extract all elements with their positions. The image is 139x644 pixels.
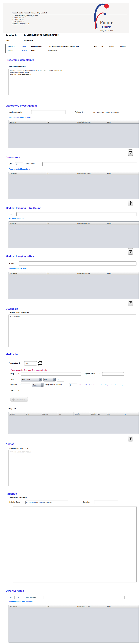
visit-id-colon: : bbox=[20, 49, 20, 51]
gender-label: Gender bbox=[109, 46, 114, 47]
procedures-label: Procedures : bbox=[26, 163, 36, 165]
column-header: Drug bbox=[25, 412, 41, 416]
drug-colon: : bbox=[18, 373, 19, 374]
procedures-qty-input[interactable] bbox=[15, 162, 23, 166]
age-label: Age bbox=[94, 46, 97, 47]
patient-id-label: Patient ID bbox=[8, 46, 15, 47]
column-header: Duration bbox=[74, 412, 90, 416]
consulted-by-label: Consulted By bbox=[6, 34, 17, 36]
total-colon: : bbox=[18, 390, 19, 392]
complaints-textarea[interactable]: BREAST USS REPORT: BOTH BREAST WITH FIBR… bbox=[8, 69, 136, 95]
add-drug-button[interactable]: Add Drug bbox=[10, 397, 28, 402]
diagnosis-label: Enter Diagnosis Details Here bbox=[9, 312, 30, 314]
frequency-dropdown[interactable]: OD ▼ bbox=[43, 378, 56, 382]
way-dropdown[interactable]: Before Meal ▼ bbox=[21, 378, 42, 382]
clear-drug-list-button[interactable] bbox=[128, 435, 133, 442]
fraction-note: Please add as decimal numbers when addin… bbox=[80, 384, 136, 386]
procedures-table: Department ID Investigation/Service Stat… bbox=[8, 172, 139, 199]
other-services-input[interactable] bbox=[43, 596, 125, 599]
referring-doctor-input[interactable] bbox=[26, 500, 68, 504]
patient-info-bar: Patient ID : 3465 Patient Name : SARAH N… bbox=[5, 44, 137, 53]
column-header: Investigation/Service bbox=[76, 222, 106, 224]
procedures-input[interactable] bbox=[42, 162, 137, 166]
section-title-diagnosis: Diagnosis bbox=[6, 308, 18, 310]
drug-list-table: Drug ID Drug Fequency Way Duration Durat… bbox=[8, 412, 139, 434]
duration-colon: : bbox=[20, 384, 20, 386]
recommended-procedures-link[interactable]: Recommended Procedures bbox=[9, 168, 30, 170]
logo-tagline: Body Mind Soul bbox=[100, 29, 113, 32]
medication-entry-box: Please select the Drug from Drug suggess… bbox=[6, 367, 137, 404]
logo-red-dot bbox=[104, 4, 109, 8]
trash-icon bbox=[129, 250, 132, 253]
column-header: Duration Type bbox=[90, 412, 106, 416]
consult-date-label: Date bbox=[6, 40, 10, 41]
drug-label: Drug bbox=[10, 373, 14, 374]
drug-input[interactable] bbox=[21, 372, 81, 376]
way-dropdown-value: Before Meal bbox=[21, 378, 39, 381]
company-logo: Future Care Body Mind Soul bbox=[88, 2, 122, 32]
column-header: Status bbox=[106, 120, 138, 124]
procedures-table-header: Department ID Investigation/Service Stat… bbox=[9, 172, 138, 175]
plus-circle-icon bbox=[12, 398, 15, 401]
procedures-qty-label: Qty : bbox=[9, 163, 12, 165]
column-header: Department bbox=[9, 605, 46, 608]
patient-id-colon: : bbox=[20, 46, 20, 47]
duration-input[interactable] bbox=[21, 383, 30, 387]
trash-icon bbox=[129, 301, 132, 304]
refresh-prescription-button[interactable] bbox=[38, 361, 43, 366]
column-header: ID bbox=[46, 272, 76, 275]
column-header: Department bbox=[9, 222, 46, 224]
recommended-xrays-link[interactable]: Recommended X-Rays bbox=[9, 268, 26, 270]
gender-value: Female bbox=[120, 46, 126, 47]
lab-investigation-input[interactable] bbox=[31, 110, 66, 114]
recommended-other-services-link[interactable]: Recommended Other Services bbox=[9, 601, 32, 602]
column-header: Department bbox=[9, 120, 46, 124]
prescription-id-label: Prescription ID : bbox=[9, 362, 21, 364]
recommended-lab-testings-link[interactable]: Recommended Lab Testings bbox=[9, 116, 31, 118]
column-header: ID bbox=[46, 222, 76, 224]
lab-table-body bbox=[9, 124, 138, 148]
clear-xray-table-button[interactable] bbox=[128, 300, 133, 306]
column-header: Investigation/Service bbox=[76, 272, 106, 275]
column-header: Status bbox=[106, 605, 138, 608]
advice-label: Enter Doctor's Advice Here bbox=[9, 448, 28, 449]
recommended-uss-link[interactable]: Recommended USS bbox=[9, 218, 24, 219]
xray-table-header: Department ID Investigation/Service Stat… bbox=[9, 272, 138, 275]
frequency-qty-input[interactable] bbox=[57, 378, 64, 382]
uss-input[interactable] bbox=[16, 212, 136, 216]
per-meal-label: Drugs/Tablets per meal : bbox=[45, 384, 63, 386]
special-notes-input[interactable] bbox=[102, 372, 124, 376]
prescription-id-input[interactable] bbox=[24, 361, 37, 366]
diagnosis-textarea[interactable]: ROUTINE EXAM bbox=[8, 314, 136, 347]
column-header: Drug ID bbox=[9, 412, 25, 416]
chevron-down-icon: ▼ bbox=[53, 378, 56, 381]
column-header: Status bbox=[106, 222, 138, 224]
patient-name-colon: : bbox=[47, 46, 48, 47]
other-qty-input[interactable] bbox=[14, 596, 22, 599]
consultant-label: Consultant bbox=[83, 501, 90, 503]
trash-icon bbox=[129, 436, 132, 440]
consultant-input[interactable] bbox=[94, 500, 118, 504]
age-value: 34 bbox=[102, 46, 103, 47]
age-colon: : bbox=[100, 46, 100, 47]
special-notes-colon: : bbox=[100, 373, 100, 374]
lab-table: Department ID Investigation/Service Stat… bbox=[8, 120, 139, 148]
duration-unit-dropdown[interactable]: Day/s ▼ bbox=[32, 383, 44, 387]
uss-table-body bbox=[9, 225, 138, 248]
referral-listbox[interactable] bbox=[13, 506, 136, 582]
drug-list-table-header: Drug ID Drug Fequency Way Duration Durat… bbox=[9, 412, 138, 416]
referring-doctor-label: Reffering Doctor bbox=[10, 501, 20, 503]
column-header: Department bbox=[9, 272, 46, 275]
referred-by-label: Reffered By : bbox=[75, 111, 84, 113]
column-header: Qty bbox=[122, 412, 138, 416]
clear-procedures-table-button[interactable] bbox=[128, 200, 133, 206]
clear-uss-table-button[interactable] bbox=[128, 248, 133, 254]
xray-input[interactable] bbox=[19, 262, 136, 266]
section-title-advice: Advice bbox=[6, 442, 14, 446]
advice-textarea[interactable]: WAIT FOR LABORATORY RESULT bbox=[8, 450, 136, 486]
clear-lab-table-button[interactable] bbox=[128, 150, 133, 156]
per-meal-input[interactable] bbox=[69, 383, 78, 387]
section-title-xray: Medical Imaging X-Ray bbox=[6, 255, 34, 258]
way-colon: : bbox=[18, 378, 19, 380]
visit-date-value: 2024-05-15 bbox=[48, 49, 57, 51]
